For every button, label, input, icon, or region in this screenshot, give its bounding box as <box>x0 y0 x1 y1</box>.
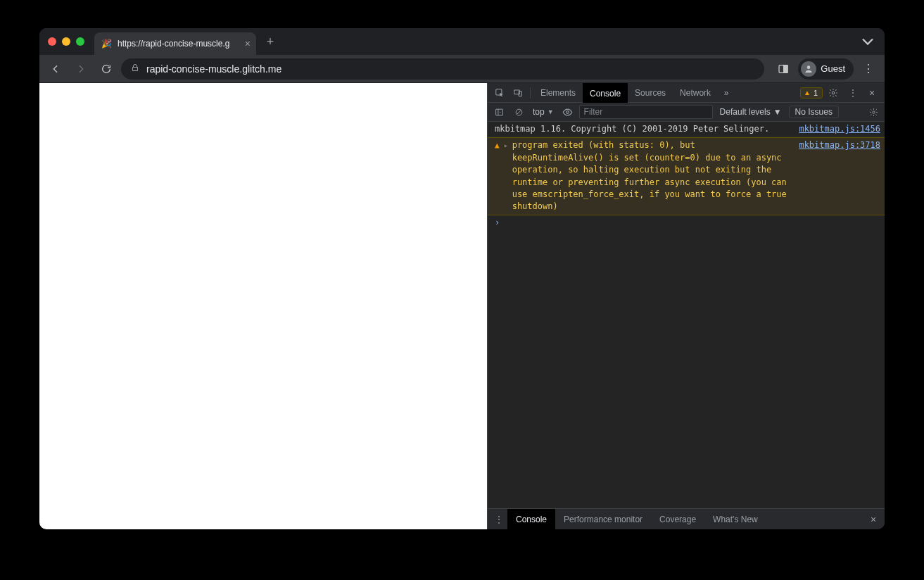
window-zoom-button[interactable] <box>76 37 84 46</box>
back-button[interactable] <box>45 58 66 80</box>
content-area: Elements Console Sources Network » ▲ 1 ⋮ <box>39 83 885 529</box>
drawer-tab-coverage[interactable]: Coverage <box>651 509 704 530</box>
warning-icon: ▲ <box>495 139 500 213</box>
svg-point-10 <box>872 111 874 113</box>
new-tab-button[interactable]: + <box>260 32 280 51</box>
tab-close-button[interactable]: × <box>245 38 251 49</box>
drawer-tab-console[interactable]: Console <box>507 509 555 530</box>
tab-sources[interactable]: Sources <box>628 83 673 103</box>
devtools-settings-button[interactable] <box>824 84 842 102</box>
lock-icon <box>131 63 139 74</box>
profile-label: Guest <box>821 63 845 74</box>
drawer-tab-whats-new[interactable]: What's New <box>704 509 766 530</box>
drawer-close-button[interactable]: × <box>865 514 882 525</box>
window-minimize-button[interactable] <box>62 37 70 46</box>
console-toolbar: top ▼ Default levels ▼ No Issues <box>488 103 885 122</box>
console-settings-button[interactable] <box>865 103 882 120</box>
drawer-menu-button[interactable]: ⋮ <box>491 515 507 524</box>
svg-point-2 <box>807 65 811 69</box>
window-controls <box>48 37 84 46</box>
address-bar[interactable]: rapid-concise-muscle.glitch.me <box>121 58 764 80</box>
console-log-entry[interactable]: ▲ ▸ program exited (with status: 0), but… <box>488 137 885 215</box>
caret-down-icon: ▼ <box>548 108 554 115</box>
tab-title: https://rapid-concise-muscle.g <box>118 39 239 49</box>
warning-icon: ▲ <box>804 89 811 96</box>
issues-button[interactable]: No Issues <box>789 106 839 118</box>
url-text: rapid-concise-muscle.glitch.me <box>146 63 281 75</box>
side-panel-button[interactable] <box>773 58 794 80</box>
window-close-button[interactable] <box>48 37 56 46</box>
log-message: program exited (with status: 0), but kee… <box>512 139 788 213</box>
live-expression-button[interactable] <box>559 103 576 120</box>
console-sidebar-toggle[interactable] <box>491 103 507 120</box>
browser-window: 🎉 https://rapid-concise-muscle.g × + rap… <box>39 28 885 529</box>
svg-rect-1 <box>784 65 787 72</box>
log-message: mkbitmap 1.16. Copyright (C) 2001-2019 P… <box>495 123 787 135</box>
inspect-element-button[interactable] <box>491 84 509 102</box>
console-log-entry[interactable]: mkbitmap 1.16. Copyright (C) 2001-2019 P… <box>488 122 885 137</box>
expand-log-button[interactable]: ▸ <box>504 139 508 213</box>
page-viewport[interactable] <box>39 83 487 529</box>
svg-rect-7 <box>495 109 502 115</box>
tabs-more-button[interactable]: » <box>718 83 735 103</box>
clear-console-button[interactable] <box>510 103 527 120</box>
avatar-icon <box>801 61 816 77</box>
context-selector[interactable]: top ▼ <box>530 107 557 117</box>
log-levels-selector[interactable]: Default levels ▼ <box>720 107 782 117</box>
devtools-menu-button[interactable]: ⋮ <box>844 84 862 102</box>
warnings-count: 1 <box>814 89 818 97</box>
console-filter-input[interactable] <box>579 105 713 119</box>
browser-tab[interactable]: 🎉 https://rapid-concise-muscle.g × <box>94 32 256 55</box>
svg-point-6 <box>832 92 835 94</box>
devtools-topbar: Elements Console Sources Network » ▲ 1 ⋮ <box>488 83 885 103</box>
tab-console[interactable]: Console <box>583 83 628 103</box>
forward-button[interactable] <box>70 58 91 80</box>
toolbar-right-cluster: Guest ⋮ <box>773 58 879 80</box>
browser-toolbar: rapid-concise-muscle.glitch.me Guest ⋮ <box>39 55 885 83</box>
tab-overflow-button[interactable] <box>858 32 878 51</box>
reload-button[interactable] <box>96 58 117 80</box>
console-prompt[interactable]: › <box>488 215 885 229</box>
tab-strip: 🎉 https://rapid-concise-muscle.g × + <box>39 28 885 55</box>
caret-down-icon: ▼ <box>773 107 782 117</box>
svg-rect-5 <box>519 91 521 96</box>
devtools-drawer: ⋮ Console Performance monitor Coverage W… <box>488 508 885 529</box>
profile-button[interactable]: Guest <box>798 58 854 80</box>
device-toolbar-button[interactable] <box>509 84 527 102</box>
console-log[interactable]: mkbitmap 1.16. Copyright (C) 2001-2019 P… <box>488 122 885 508</box>
warnings-badge[interactable]: ▲ 1 <box>800 87 823 99</box>
tab-favicon-icon: 🎉 <box>101 39 112 49</box>
drawer-tab-performance-monitor[interactable]: Performance monitor <box>555 509 651 530</box>
devtools-tabs: Elements Console Sources Network » <box>533 83 735 103</box>
log-source-link[interactable]: mkbitmap.js:1456 <box>792 123 880 135</box>
browser-menu-button[interactable]: ⋮ <box>858 58 879 80</box>
tab-network[interactable]: Network <box>673 83 718 103</box>
log-source-link[interactable]: mkbitmap.js:3718 <box>792 139 880 213</box>
devtools-panel: Elements Console Sources Network » ▲ 1 ⋮ <box>487 83 885 529</box>
devtools-close-button[interactable]: × <box>863 87 880 99</box>
svg-point-9 <box>567 111 569 113</box>
tab-elements[interactable]: Elements <box>533 83 583 103</box>
